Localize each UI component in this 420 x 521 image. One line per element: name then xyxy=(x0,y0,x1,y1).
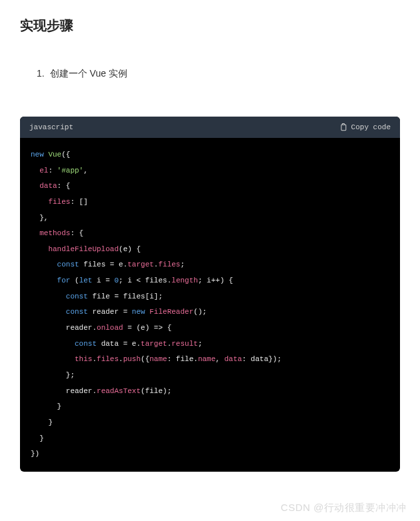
svg-rect-0 xyxy=(341,125,346,131)
code-body[interactable]: new Vue({ el: '#app', data: { files: [] … xyxy=(20,138,400,472)
list-text: 创建一个 Vue 实例 xyxy=(50,68,127,79)
code-language-label: javascript xyxy=(29,123,73,131)
copy-code-label: Copy code xyxy=(351,123,391,131)
list-item: 1.创建一个 Vue 实例 xyxy=(37,68,400,80)
copy-code-button[interactable]: Copy code xyxy=(339,123,391,132)
watermark: CSDN @行动很重要冲冲冲 xyxy=(281,502,407,514)
code-block: javascript Copy code new Vue({ el: '#app… xyxy=(20,117,400,472)
code-header: javascript Copy code xyxy=(20,117,400,138)
clipboard-icon xyxy=(339,123,347,132)
list-number: 1. xyxy=(37,68,45,79)
section-heading: 实现步骤 xyxy=(20,17,400,35)
